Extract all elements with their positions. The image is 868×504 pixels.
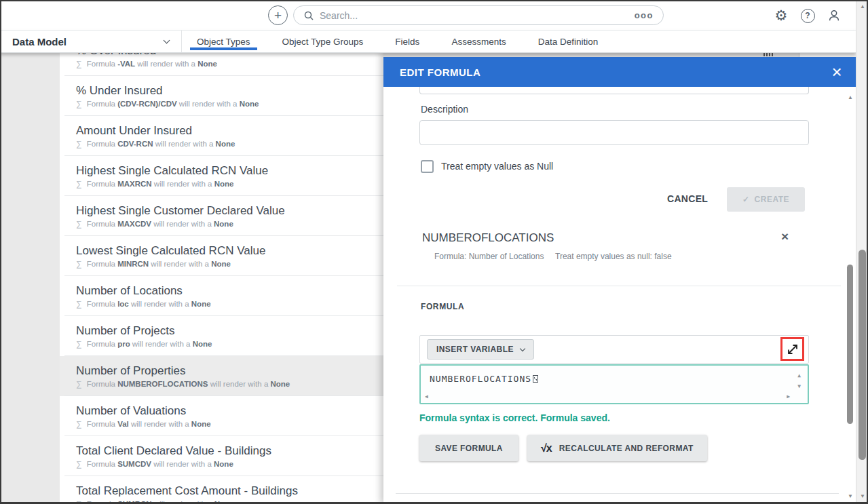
insert-variable-button[interactable]: INSERT VARIABLE xyxy=(427,339,534,360)
tab-bar: Object TypesObject Type GroupsFieldsAsse… xyxy=(182,31,598,52)
cancel-button[interactable]: CANCEL xyxy=(667,193,708,204)
formula-item-title: Number of Properties xyxy=(76,364,383,378)
divider xyxy=(396,493,839,494)
scroll-up-icon[interactable]: ▲ xyxy=(860,4,865,9)
formula-section-label: FORMULA xyxy=(421,302,464,311)
list-item[interactable]: Highest Single Customer Declared Value∑ … xyxy=(60,196,383,236)
formula-item-subtitle: ∑ Formula pro will render with a None xyxy=(76,340,383,349)
formula-item-subtitle: ∑ Formula SUMRCN will render with a None xyxy=(76,500,383,504)
user-glyph xyxy=(827,8,842,23)
editor-scroll-down-icon[interactable]: ▼ xyxy=(797,383,801,389)
expand-icon xyxy=(787,344,798,355)
scroll-down-icon[interactable]: ▼ xyxy=(848,494,853,499)
variable-name: NUMBEROFLOCATIONS xyxy=(422,231,554,245)
chevron-down-icon xyxy=(520,345,525,351)
sigma-icon: ∑ xyxy=(76,379,82,389)
editor-scroll-left-icon[interactable]: ◀ xyxy=(425,393,428,400)
search-bar[interactable]: ooo xyxy=(293,5,664,25)
scroll-up-icon[interactable]: ▲ xyxy=(848,95,853,100)
save-formula-button[interactable]: SAVE FORMULA xyxy=(419,435,518,461)
variable-null-meta: Treat empty values as null: false xyxy=(555,252,672,261)
formula-item-subtitle: ∑ Formula MAXCDV will render with a None xyxy=(76,220,383,229)
list-item[interactable]: Number of Projects∑ Formula pro will ren… xyxy=(60,316,383,356)
formula-status-message: Formula syntax is correct. Formula saved… xyxy=(419,412,610,423)
description-label: Description xyxy=(421,104,468,115)
left-gutter xyxy=(0,53,60,504)
formula-item-title: Highest Single Calculated RCN Value xyxy=(76,163,383,178)
formula-item-title: Number of Projects xyxy=(76,324,383,338)
page-scrollbar-thumb[interactable] xyxy=(858,250,866,460)
tab-object-types[interactable]: Object Types xyxy=(197,31,250,52)
sigma-icon: ∑ xyxy=(76,259,82,269)
sigma-icon: ∑ xyxy=(76,59,82,69)
sigma-icon: ∑ xyxy=(76,499,82,504)
treat-empty-null-checkbox[interactable] xyxy=(421,160,434,173)
panel-scrollbar[interactable]: ▲ ▼ xyxy=(846,87,855,504)
formula-item-title: % Under Insured xyxy=(76,83,383,98)
formula-item-subtitle: ∑ Formula CDV-RCN will render with a Non… xyxy=(76,140,383,149)
list-item[interactable]: Highest Single Calculated RCN Value∑ For… xyxy=(60,156,383,196)
add-icon[interactable]: + xyxy=(268,5,288,25)
page-scrollbar[interactable]: ▲ ▼ xyxy=(856,0,868,504)
formula-item-subtitle: ∑ Formula -VAL will render with a None xyxy=(76,60,383,69)
editor-scroll-right-icon[interactable]: ▶ xyxy=(787,393,790,400)
list-item[interactable]: Lowest Single Calculated RCN Value∑ Form… xyxy=(60,236,383,276)
formula-editor[interactable]: NUMBEROFLOCATIONS ▲ ▼ ◀ ▶ xyxy=(419,364,809,404)
search-input[interactable] xyxy=(320,10,629,21)
create-button[interactable]: ✓ CREATE xyxy=(727,187,805,212)
treat-empty-null-label: Treat empty values as Null xyxy=(441,161,553,172)
tab-data-definition[interactable]: Data Definition xyxy=(538,31,599,52)
formula-toolbar: INSERT VARIABLE xyxy=(419,335,809,364)
check-icon: ✓ xyxy=(742,195,750,204)
sigma-icon: ∑ xyxy=(76,419,82,429)
formula-item-subtitle: ∑ Formula MAXRCN will render with a None xyxy=(76,180,383,189)
formula-item-title: Total Client Declared Value - Buildings xyxy=(76,444,383,458)
sigma-icon: ∑ xyxy=(76,339,82,349)
insert-variable-label: INSERT VARIABLE xyxy=(436,345,514,354)
sigma-icon: ∑ xyxy=(76,139,82,149)
formula-item-subtitle: ∑ Formula SUMCDV will render with a None xyxy=(76,460,383,469)
formula-item-title: Amount Under Insured xyxy=(76,123,383,138)
formula-item-subtitle: ∑ Formula loc will render with a None xyxy=(76,300,383,309)
gear-icon[interactable]: ⚙ xyxy=(773,7,789,24)
description-input[interactable] xyxy=(419,120,809,145)
search-options-icon[interactable]: ooo xyxy=(635,10,654,20)
formula-list: % Over Insured∑ Formula -VAL will render… xyxy=(60,53,383,504)
name-input-partial[interactable] xyxy=(419,87,809,94)
list-item[interactable]: Total Client Declared Value - Buildings∑… xyxy=(60,436,383,476)
tab-fields[interactable]: Fields xyxy=(395,31,419,52)
panel-header: EDIT FORMULA × xyxy=(383,57,856,87)
scroll-down-icon[interactable]: ▼ xyxy=(860,494,865,499)
list-item[interactable]: Number of Locations∑ Formula loc will re… xyxy=(60,276,383,316)
list-item[interactable]: Number of Properties∑ Formula NUMBEROFLO… xyxy=(60,356,383,396)
panel-scrollbar-thumb[interactable] xyxy=(847,265,853,424)
close-icon[interactable]: × xyxy=(826,57,848,87)
list-item[interactable]: Total Replacement Cost Amount - Building… xyxy=(60,476,383,504)
formula-item-title: Highest Single Customer Declared Value xyxy=(76,203,383,218)
recalculate-button[interactable]: √x RECALCULATE AND REFORMAT xyxy=(527,435,707,461)
formula-item-subtitle: ∑ Formula Val will render with a None xyxy=(76,420,383,429)
tab-assessments[interactable]: Assessments xyxy=(451,31,506,52)
formula-item-subtitle: ∑ Formula MINRCN will render with a None xyxy=(76,260,383,269)
list-item[interactable]: Amount Under Insured∑ Formula CDV-RCN wi… xyxy=(60,116,383,156)
top-bar: + ooo ⚙ ? xyxy=(0,0,856,31)
formula-editor-text: NUMBEROFLOCATIONS xyxy=(430,374,538,384)
data-model-dropdown[interactable]: Data Model xyxy=(0,31,182,52)
list-item[interactable]: Number of Valuations∑ Formula Val will r… xyxy=(60,396,383,436)
chevron-down-icon xyxy=(164,37,170,43)
tab-object-type-groups[interactable]: Object Type Groups xyxy=(282,31,364,52)
list-item[interactable]: % Under Insured∑ Formula (CDV-RCN)/CDV w… xyxy=(60,76,383,116)
formula-item-title: Total Replacement Cost Amount - Building… xyxy=(76,484,383,498)
user-icon[interactable] xyxy=(826,7,842,24)
list-item[interactable]: % Over Insured∑ Formula -VAL will render… xyxy=(60,53,383,76)
sigma-icon: ∑ xyxy=(76,99,82,109)
help-glyph: ? xyxy=(801,9,815,23)
remove-variable-icon[interactable]: × xyxy=(781,230,789,243)
help-icon[interactable]: ? xyxy=(799,7,816,24)
divider xyxy=(397,286,841,286)
sigma-icon: ∑ xyxy=(76,179,82,189)
editor-scroll-up-icon[interactable]: ▲ xyxy=(797,372,801,379)
expand-editor-button[interactable] xyxy=(782,339,802,359)
sigma-icon: ∑ xyxy=(76,459,82,469)
edit-formula-panel: EDIT FORMULA × Description Treat empty v… xyxy=(383,52,856,504)
